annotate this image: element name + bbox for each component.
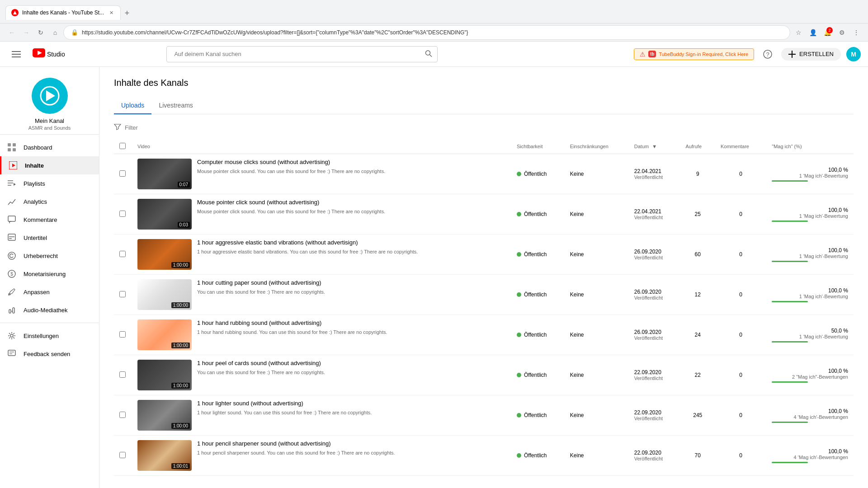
sichtbarkeit-column-header: Sichtbarkeit: [511, 139, 565, 154]
video-thumbnail[interactable]: 0:07: [137, 159, 192, 189]
video-thumbnail[interactable]: 0:03: [137, 199, 192, 230]
row-checkbox-row8[interactable]: [119, 452, 126, 458]
sidebar-item-analytics[interactable]: Analytics: [0, 192, 99, 211]
video-thumbnail[interactable]: 1:00:00: [137, 400, 192, 431]
sidebar-item-urheberrecht[interactable]: Urheberrecht: [0, 247, 99, 265]
hamburger-menu-button[interactable]: [7, 45, 25, 63]
datum-cell: 22.09.2020 Veröffentlicht: [629, 355, 680, 395]
search-input[interactable]: [166, 46, 438, 62]
sichtbarkeit-value: Öffentlich: [524, 291, 547, 298]
reload-button[interactable]: ↻: [34, 26, 47, 39]
status-dot: [517, 252, 521, 257]
video-duration: 1:00:00: [171, 262, 190, 268]
row-checkbox-row2[interactable]: [119, 211, 126, 217]
status-dot: [517, 453, 521, 458]
sidebar-item-untertitel[interactable]: Untertitel: [0, 229, 99, 247]
row-checkbox-row5[interactable]: [119, 331, 126, 338]
mag-bar: [772, 462, 808, 463]
aufrufe-cell: 245: [680, 395, 715, 436]
sidebar-item-dashboard[interactable]: Dashboard: [0, 138, 99, 156]
aufrufe-value: 12: [695, 291, 701, 298]
row-checkbox-row4[interactable]: [119, 291, 126, 297]
mag-percent: 50,0 %: [772, 328, 848, 334]
sidebar-item-einstellungen[interactable]: Einstellungen: [0, 327, 99, 345]
sidebar-item-kommentare[interactable]: Kommentare: [0, 211, 99, 229]
table-row: 1:00:01 1 hour pencil sharpener sound (w…: [114, 436, 854, 476]
veroeffentlicht-value: Veröffentlicht: [634, 295, 675, 300]
select-all-checkbox[interactable]: [119, 143, 126, 149]
sidebar-item-anpassen[interactable]: Anpassen: [0, 283, 99, 301]
tudebuddy-alert[interactable]: ⚠ tb TubeBuddy Sign-in Required, Click H…: [634, 48, 754, 60]
sidebar-item-inhalte[interactable]: Inhalte: [0, 156, 99, 174]
datum-value: 22.04.2021: [634, 168, 675, 174]
back-button[interactable]: ←: [5, 26, 18, 39]
status-dot: [517, 172, 521, 176]
notifications-button[interactable]: 🔔 2: [821, 26, 834, 39]
kommentare-cell: 0: [715, 436, 766, 476]
video-title: 1 hour lighter sound (without advertisin…: [197, 400, 506, 408]
veroeffentlicht-value: Veröffentlicht: [634, 335, 675, 341]
address-bar[interactable]: 🔒 https://studio.youtube.com/channel/UCv…: [63, 25, 790, 40]
dashboard-icon: [7, 143, 16, 152]
mag-cell: 100,0 % 1 'Mag ich'-Bewertung: [766, 154, 854, 194]
svg-rect-15: [8, 148, 11, 151]
mag-count: 1 'Mag ich'-Bewertung: [772, 334, 848, 339]
row-checkbox-row6[interactable]: [119, 371, 126, 378]
row-checkbox-row3[interactable]: [119, 251, 126, 257]
logo-link[interactable]: Studio: [33, 48, 65, 60]
datum-column-header[interactable]: Datum ▼: [629, 139, 680, 154]
menu-button[interactable]: ⋮: [850, 26, 863, 39]
video-thumbnail[interactable]: 1:00:00: [137, 360, 192, 390]
tab-livestreams[interactable]: Livestreams: [151, 97, 200, 114]
video-cell: 1:00:00 1 hour cutting paper sound (with…: [132, 275, 511, 315]
tab-close-button[interactable]: ✕: [108, 9, 115, 16]
new-tab-button[interactable]: +: [121, 7, 133, 20]
status-dot: [517, 292, 521, 297]
video-thumbnail[interactable]: 1:00:00: [137, 279, 192, 310]
aufrufe-cell: 25: [680, 194, 715, 235]
sidebar-item-monetarisierung[interactable]: $ Monetarisierung: [0, 265, 99, 283]
status-dot: [517, 212, 521, 216]
video-thumbnail[interactable]: 1:00:01: [137, 440, 192, 471]
video-thumbnail[interactable]: 1:00:00: [137, 319, 192, 350]
video-thumbnail[interactable]: 1:00:00: [137, 239, 192, 270]
sichtbarkeit-value: Öffentlich: [524, 211, 547, 217]
video-duration: 0:03: [178, 222, 190, 228]
kommentare-value: 0: [739, 452, 742, 459]
sichtbarkeit-value: Öffentlich: [524, 332, 547, 338]
home-button[interactable]: ⌂: [49, 26, 61, 39]
dashboard-label: Dashboard: [24, 144, 52, 151]
einschraenkungen-cell: Keine: [565, 315, 629, 355]
svg-point-5: [426, 51, 430, 55]
forward-button[interactable]: →: [20, 26, 33, 39]
extensions-button[interactable]: ⚙: [835, 26, 848, 39]
row-checkbox-row7[interactable]: [119, 412, 126, 418]
sidebar-item-audio[interactable]: Audio-Mediathek: [0, 301, 99, 319]
sidebar-item-playlists[interactable]: Playlists: [0, 174, 99, 192]
profile-button[interactable]: 👤: [807, 26, 819, 39]
help-button[interactable]: ?: [760, 46, 776, 62]
mag-count: 4 'Mag ich'-Bewertungen: [772, 455, 848, 460]
video-info: Mouse pointer click sound (without adver…: [197, 199, 506, 215]
sidebar-item-feedback[interactable]: Feedback senden: [0, 345, 99, 363]
filter-input[interactable]: [125, 124, 854, 131]
browser-tabs: Inhalte des Kanals - YouTube St... ✕ +: [5, 4, 863, 20]
video-title: Mouse pointer click sound (without adver…: [197, 199, 506, 206]
mag-percent: 100,0 %: [772, 368, 848, 374]
tudebuddy-text: TubeBuddy Sign-in Required, Click Here: [659, 52, 748, 57]
einschraenkungen-value: Keine: [570, 452, 584, 459]
video-info: Computer mouse clicks sound (without adv…: [197, 159, 506, 175]
sichtbarkeit-value: Öffentlich: [524, 452, 547, 459]
user-avatar[interactable]: M: [846, 47, 861, 61]
einschraenkungen-cell: Keine: [565, 235, 629, 275]
filter-row: [114, 123, 854, 132]
browser-tab-active[interactable]: Inhalte des Kanals - YouTube St... ✕: [5, 5, 121, 20]
row-checkbox-row1[interactable]: [119, 170, 126, 177]
bookmark-button[interactable]: ☆: [792, 26, 805, 39]
mag-bar: [772, 422, 808, 423]
create-button[interactable]: ERSTELLEN: [781, 48, 841, 61]
video-cell: 1:00:00 1 hour aggressive elastic band v…: [132, 235, 511, 275]
einschraenkungen-cell: Keine: [565, 275, 629, 315]
aufrufe-value: 25: [695, 211, 701, 217]
tab-uploads[interactable]: Uploads: [114, 97, 151, 114]
